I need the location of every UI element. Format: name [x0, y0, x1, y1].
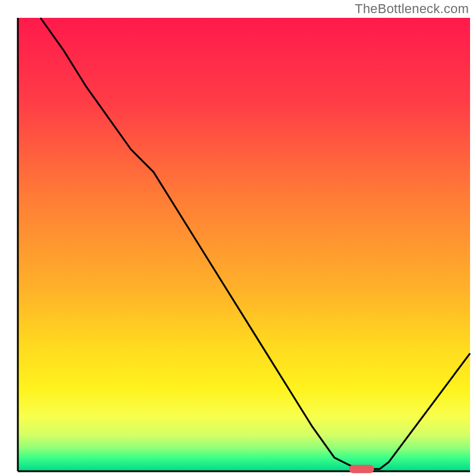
bottleneck-chart	[0, 0, 476, 476]
minimum-marker	[349, 465, 374, 473]
chart-stage: TheBottleneck.com	[0, 0, 476, 476]
